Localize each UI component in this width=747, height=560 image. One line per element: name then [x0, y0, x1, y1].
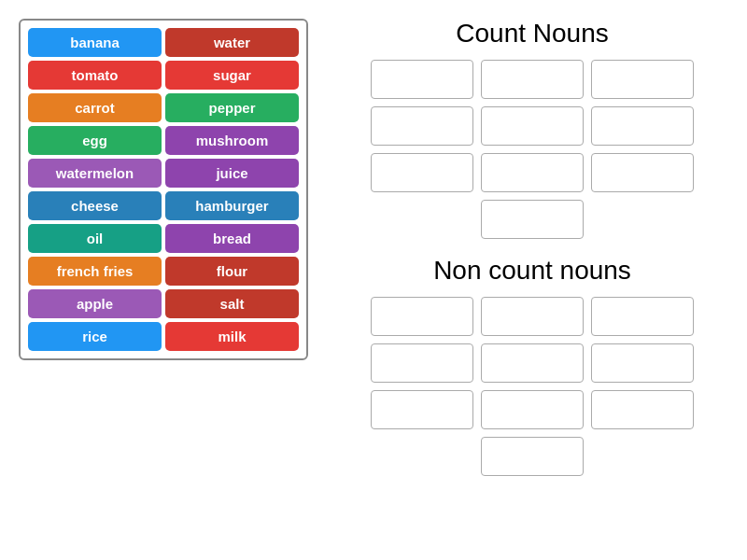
word-tile[interactable]: carrot [28, 93, 162, 122]
drop-box[interactable] [591, 106, 694, 146]
drop-box[interactable] [371, 106, 473, 146]
drop-box[interactable] [591, 153, 694, 192]
drop-box[interactable] [371, 343, 473, 383]
word-tile[interactable]: watermelon [28, 159, 162, 188]
word-tile[interactable]: pepper [165, 93, 299, 122]
drop-box[interactable] [481, 390, 584, 429]
drop-box[interactable] [371, 153, 473, 192]
count-nouns-title: Count Nouns [456, 19, 608, 49]
word-tile[interactable]: french fries [28, 257, 162, 286]
non-count-nouns-title: Non count nouns [433, 256, 631, 286]
drop-box[interactable] [371, 60, 473, 99]
word-tile[interactable]: cheese [28, 191, 162, 220]
drop-box[interactable] [591, 390, 694, 429]
drop-box[interactable] [591, 297, 694, 336]
word-bank: bananawatertomatosugarcarrotpeppereggmus… [19, 19, 308, 360]
word-tile[interactable]: apple [28, 289, 162, 318]
word-tile[interactable]: mushroom [165, 126, 299, 155]
right-panel: Count Nouns Non count nouns [336, 19, 728, 476]
word-tile[interactable]: salt [165, 289, 299, 318]
drop-box[interactable] [481, 343, 584, 383]
drop-box[interactable] [371, 297, 473, 336]
word-tile[interactable]: juice [165, 159, 299, 188]
drop-box[interactable] [591, 343, 694, 383]
count-nouns-grid [371, 60, 694, 239]
drop-box[interactable] [371, 390, 473, 429]
drop-box[interactable] [481, 200, 584, 239]
drop-box[interactable] [481, 437, 584, 476]
word-tile[interactable]: water [165, 28, 299, 57]
non-count-nouns-grid [371, 297, 694, 476]
drop-box[interactable] [481, 60, 584, 99]
word-tile[interactable]: flour [165, 257, 299, 286]
word-tile[interactable]: tomato [28, 61, 162, 90]
word-tile[interactable]: banana [28, 28, 162, 57]
word-tile[interactable]: hamburger [165, 191, 299, 220]
drop-box[interactable] [481, 153, 584, 192]
word-tile[interactable]: rice [28, 322, 162, 351]
drop-box[interactable] [591, 60, 694, 99]
word-tile[interactable]: bread [165, 224, 299, 253]
drop-box[interactable] [481, 106, 584, 146]
word-tile[interactable]: oil [28, 224, 162, 253]
drop-box[interactable] [481, 297, 584, 336]
word-tile[interactable]: sugar [165, 61, 299, 90]
word-tile[interactable]: milk [165, 322, 299, 351]
word-tile[interactable]: egg [28, 126, 162, 155]
